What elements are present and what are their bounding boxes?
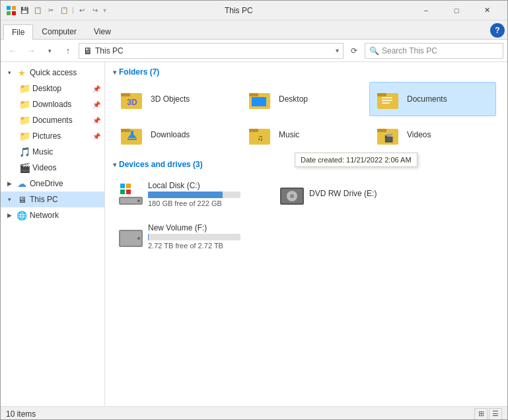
device-c-free: 180 GB free of 222 GB [148,199,266,207]
sidebar-onedrive-label: OneDrive [30,179,63,188]
minimize-button[interactable]: − [411,1,441,20]
sidebar-item-documents[interactable]: 📁 Documents 📌 [1,112,104,128]
main-layout: ▾ ★ Quick access 📁 Desktop 📌 📁 Downloads… [1,62,507,406]
device-f-info: New Volume (F:) 2.72 TB free of 2.72 TB [148,223,266,250]
view-details-icon[interactable]: ☰ [489,408,502,420]
folder-item-downloads[interactable]: Downloads [113,118,240,152]
pc-icon: 🖥 [17,194,27,205]
svg-rect-24 [377,129,386,132]
content-area: ▾ Folders (7) 3D 3D Objects [105,62,507,406]
folder-videos-label: Videos [407,130,431,139]
address-bar-chevron: ▾ [336,47,339,54]
svg-text:♫: ♫ [258,133,264,143]
folder-documents-label: Documents [407,94,447,104]
folder-item-videos[interactable]: 🎬 Videos [369,118,496,152]
svg-rect-27 [126,184,131,188]
folder-item-documents[interactable]: Documents [369,82,496,116]
star-icon: ★ [17,67,27,78]
folder-music-icon: 🎵 [19,147,30,157]
tab-view[interactable]: View [85,24,120,39]
folder-3d-icon: 3D [119,86,145,112]
sidebar-videos-label: Videos [32,163,56,172]
music-tooltip: Date created: 11/21/2022 2:06 AM [295,153,417,167]
folders-section-label: Folders (7) [119,67,159,77]
search-bar[interactable]: 🔍 Search This PC [365,43,503,59]
sidebar: ▾ ★ Quick access 📁 Desktop 📌 📁 Downloads… [1,62,105,406]
folder-downloads-icon [119,122,145,148]
pin-icon-3: 📌 [92,117,100,124]
address-bar[interactable]: 🖥 This PC ▾ [79,43,344,59]
refresh-button[interactable]: ⟳ [346,43,362,59]
maximize-button[interactable]: □ [441,1,472,20]
devices-section-label: Devices and drives (3) [119,160,203,169]
toolbar-icon-1: 💾 [19,5,30,16]
address-bar-text: This PC [95,46,333,55]
tab-computer[interactable]: Computer [33,24,85,39]
svg-text:DVD: DVD [281,182,299,190]
folders-section-header[interactable]: ▾ Folders (7) [113,67,499,77]
svg-text:🎬: 🎬 [384,133,394,143]
device-e-info: DVD RW Drive (E:) [309,189,427,199]
folder-item-3d[interactable]: 3D 3D Objects [113,82,240,116]
device-f-name: New Volume (F:) [148,223,266,232]
folder-pic-icon: 📁 [19,131,30,141]
folders-grid: 3D 3D Objects Desktop [113,82,499,152]
devices-chevron-icon: ▾ [113,161,116,168]
sidebar-pictures-label: Pictures [32,131,61,141]
help-button[interactable]: ? [490,23,505,38]
svg-rect-21 [249,129,258,132]
svg-rect-1 [12,6,16,10]
folder-music-icon: ♫ [247,122,273,148]
sidebar-network-label: Network [30,211,59,220]
svg-rect-11 [377,93,386,96]
device-item-e[interactable]: DVD DVD RW Drive (E:) [274,174,433,214]
device-c-name: Local Disk (C:) [148,181,266,190]
sidebar-quick-access[interactable]: ▾ ★ Quick access [1,65,104,81]
nav-bar: ← → ▾ ↑ 🖥 This PC ▾ ⟳ 🔍 Search This PC [1,40,507,62]
expand-icon-pc: ▾ [5,195,14,204]
svg-rect-19 [127,139,137,140]
chevron-icon: ▾ [113,69,116,76]
dvd-icon: DVD [280,182,304,206]
pin-icon-4: 📌 [92,133,100,140]
folder-item-music[interactable]: ♫ Music Date created: 11/21/2022 2:06 AM [241,118,368,152]
sidebar-onedrive[interactable]: ▶ ☁ OneDrive [1,176,104,192]
view-large-icon[interactable]: ⊞ [474,408,488,420]
folder-icon: 📁 [19,83,30,94]
pin-icon-2: 📌 [92,101,100,108]
sidebar-this-pc[interactable]: ▾ 🖥 This PC [1,192,104,207]
folder-down-icon: 📁 [19,99,30,110]
sidebar-item-videos[interactable]: 🎬 Videos [1,160,104,176]
devices-grid: Local Disk (C:) 180 GB free of 222 GB DV… [113,174,499,256]
search-icon: 🔍 [369,46,379,55]
device-f-bar-container [148,234,240,240]
sidebar-this-pc-label: This PC [30,195,58,204]
sidebar-item-downloads[interactable]: 📁 Downloads 📌 [1,96,104,112]
ribbon-tabs: File Computer View ? [1,20,507,39]
sidebar-item-music[interactable]: 🎵 Music [1,144,104,160]
folder-desktop-label: Desktop [279,94,308,104]
folder-item-desktop[interactable]: Desktop [241,82,368,116]
hdd-icon [119,182,143,206]
device-c-bar-container [148,192,240,198]
svg-rect-9 [252,97,266,106]
back-button[interactable]: ← [5,43,20,59]
sidebar-music-label: Music [32,147,53,157]
svg-rect-12 [382,97,392,98]
toolbar-icon-2: 📋 [32,5,43,16]
folder-3d-label: 3D Objects [151,94,190,104]
device-f-bar-fill [148,234,149,240]
device-item-f[interactable]: New Volume (F:) 2.72 TB free of 2.72 TB [113,217,272,256]
ribbon: File Computer View ? [1,20,507,40]
up-button[interactable]: ↑ [60,43,76,59]
svg-rect-16 [121,129,130,132]
close-button[interactable]: ✕ [472,1,502,20]
forward-button[interactable]: → [23,43,39,59]
device-item-c[interactable]: Local Disk (C:) 180 GB free of 222 GB [113,174,272,214]
sidebar-item-desktop[interactable]: 📁 Desktop 📌 [1,81,104,96]
sidebar-network[interactable]: ▶ 🌐 Network [1,207,104,223]
tab-file[interactable]: File [3,24,33,40]
sidebar-item-pictures[interactable]: 📁 Pictures 📌 [1,128,104,144]
svg-text:3D: 3D [127,98,137,107]
recent-locations-button[interactable]: ▾ [42,43,57,59]
